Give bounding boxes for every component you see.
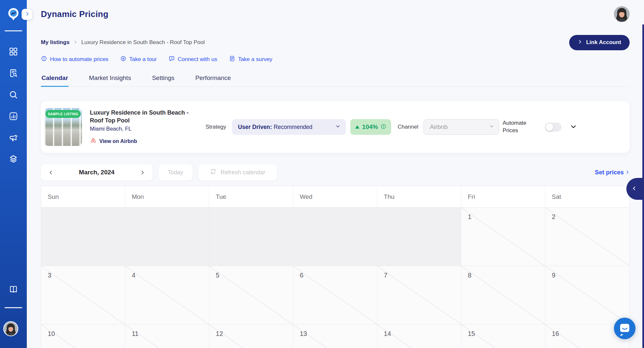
sidebar-expand-button[interactable] xyxy=(22,9,33,20)
info-circle-icon xyxy=(41,55,47,63)
day-number: 9 xyxy=(552,272,555,279)
calendar-day-cell[interactable]: 11 xyxy=(125,324,209,348)
listing-report-search-icon xyxy=(8,68,19,78)
connect-with-us-link[interactable]: ? Connect with us xyxy=(169,55,217,63)
calendar-day-cell[interactable]: 14 xyxy=(377,324,461,348)
analytics-bar-chart-icon xyxy=(8,111,19,121)
breadcrumb-my-listings[interactable]: My listings xyxy=(41,39,70,46)
prev-month-button[interactable] xyxy=(47,169,54,176)
next-month-button[interactable] xyxy=(139,169,146,176)
weekday-header-row: Sun Mon Tue Wed Thu Fri Sat xyxy=(41,186,629,208)
calendar-day-cell[interactable]: 15 xyxy=(461,324,545,348)
link-label: Connect with us xyxy=(178,56,217,63)
day-number: 1 xyxy=(468,213,471,221)
link-label: How to automate prices xyxy=(50,56,108,63)
dashboard-grid-icon xyxy=(8,47,19,56)
info-circle-icon[interactable] xyxy=(381,124,386,131)
calendar-week-row: 10 11 12 13 14 15 16 xyxy=(41,324,629,348)
breadcrumb-current: Luxury Residence in South Beach - Roof T… xyxy=(81,39,205,46)
calendar-day-cell[interactable]: 13 xyxy=(293,324,377,348)
price-change-value: 104% xyxy=(362,123,378,131)
weekday-header: Thu xyxy=(377,186,461,208)
app-logo-icon[interactable] xyxy=(6,7,21,22)
day-number: 7 xyxy=(384,272,388,279)
sidebar xyxy=(0,0,27,348)
announcements-megaphone-icon xyxy=(8,133,19,143)
calendar-week-row: 3 4 5 6 7 8 9 xyxy=(41,266,629,324)
top-header: Dynamic Pricing xyxy=(41,0,630,28)
user-avatar[interactable] xyxy=(614,6,630,22)
calendar-toolbar: March, 2024 Today Refresh calendar Set p… xyxy=(41,164,630,181)
day-number: 11 xyxy=(132,330,139,338)
today-button[interactable]: Today xyxy=(158,164,192,181)
sidebar-item-listings[interactable] xyxy=(8,68,19,78)
chevron-right-icon xyxy=(625,169,630,176)
automate-prices-toggle[interactable] xyxy=(545,123,561,132)
chat-messenger-button[interactable] xyxy=(614,318,636,339)
tab-settings[interactable]: Settings xyxy=(151,72,175,87)
channel-label: Channel xyxy=(398,124,418,130)
strategy-value: Recommended xyxy=(273,124,312,130)
take-a-survey-link[interactable]: Take a survey xyxy=(229,55,272,63)
weekday-header: Sat xyxy=(545,186,629,208)
calendar-empty-cell xyxy=(125,208,209,266)
day-number: 3 xyxy=(48,272,51,279)
day-number: 5 xyxy=(216,272,219,279)
view-on-airbnb-link[interactable]: View on Airbnb xyxy=(90,137,192,145)
calendar-day-cell[interactable]: 5 xyxy=(209,266,293,324)
chevron-down-icon xyxy=(335,124,340,130)
link-account-label: Link Account xyxy=(586,39,621,46)
strategy-dropdown[interactable]: User Driven:Recommended xyxy=(232,119,346,135)
sidebar-item-announcements[interactable] xyxy=(8,133,19,143)
search-icon xyxy=(8,90,19,100)
refresh-icon xyxy=(210,168,217,177)
tab-performance[interactable]: Performance xyxy=(195,72,232,87)
weekday-header: Mon xyxy=(125,186,209,208)
sidebar-item-dashboard[interactable] xyxy=(8,46,19,57)
day-number: 16 xyxy=(552,330,559,338)
link-label: Take a tour xyxy=(129,56,157,63)
tab-calendar[interactable]: Calendar xyxy=(41,72,69,87)
sidebar-item-portfolio[interactable] xyxy=(8,154,19,164)
calendar-day-cell[interactable]: 3 xyxy=(41,266,125,324)
calendar-day-cell[interactable]: 2 xyxy=(545,208,629,266)
calendar-day-cell[interactable]: 9 xyxy=(545,266,629,324)
calendar-grid: Sun Mon Tue Wed Thu Fri Sat 1 2 3 4 5 6 … xyxy=(41,186,630,348)
day-number: 6 xyxy=(300,272,303,279)
set-prices-link[interactable]: Set prices xyxy=(595,169,630,176)
take-a-tour-link[interactable]: Take a tour xyxy=(120,55,157,63)
calendar-empty-cell xyxy=(293,208,377,266)
chevron-right-icon xyxy=(25,11,30,17)
sidebar-item-analytics[interactable] xyxy=(8,111,19,121)
tab-market-insights[interactable]: Market Insights xyxy=(88,72,132,87)
strategy-value-bold: User Driven: xyxy=(238,124,272,130)
calendar-empty-cell xyxy=(209,208,293,266)
calendar-day-cell[interactable]: 7 xyxy=(377,266,461,324)
how-to-automate-link[interactable]: How to automate prices xyxy=(41,55,108,63)
sidebar-item-search[interactable] xyxy=(8,89,19,100)
calendar-day-cell[interactable]: 1 xyxy=(461,208,545,266)
calendar-empty-cell xyxy=(41,208,125,266)
month-navigator: March, 2024 xyxy=(41,164,153,181)
sidebar-user-avatar[interactable] xyxy=(3,321,18,336)
tour-target-icon xyxy=(120,55,126,63)
breadcrumb: My listings Luxury Residence in South Be… xyxy=(41,39,205,46)
refresh-label: Refresh calendar xyxy=(221,169,265,176)
expand-listing-button[interactable] xyxy=(570,123,577,131)
calendar-day-cell[interactable]: 10 xyxy=(41,324,125,348)
calendar-day-cell[interactable]: 8 xyxy=(461,266,545,324)
refresh-calendar-button[interactable]: Refresh calendar xyxy=(198,164,277,181)
chat-question-icon: ? xyxy=(169,55,175,63)
day-number: 14 xyxy=(384,330,391,338)
triangle-up-icon xyxy=(355,124,359,130)
listing-info: Luxury Residence in South Beach - Roof T… xyxy=(90,109,192,146)
link-account-button[interactable]: Link Account xyxy=(569,35,630,50)
calendar-day-cell[interactable]: 6 xyxy=(293,266,377,324)
channel-dropdown[interactable]: Airbnb xyxy=(423,119,499,135)
svg-text:?: ? xyxy=(171,57,173,60)
calendar-day-cell[interactable]: 4 xyxy=(125,266,209,324)
price-change-badge: 104% xyxy=(350,119,391,135)
sidebar-item-resources[interactable] xyxy=(8,284,19,294)
day-number: 15 xyxy=(468,330,475,338)
calendar-day-cell[interactable]: 12 xyxy=(209,324,293,348)
